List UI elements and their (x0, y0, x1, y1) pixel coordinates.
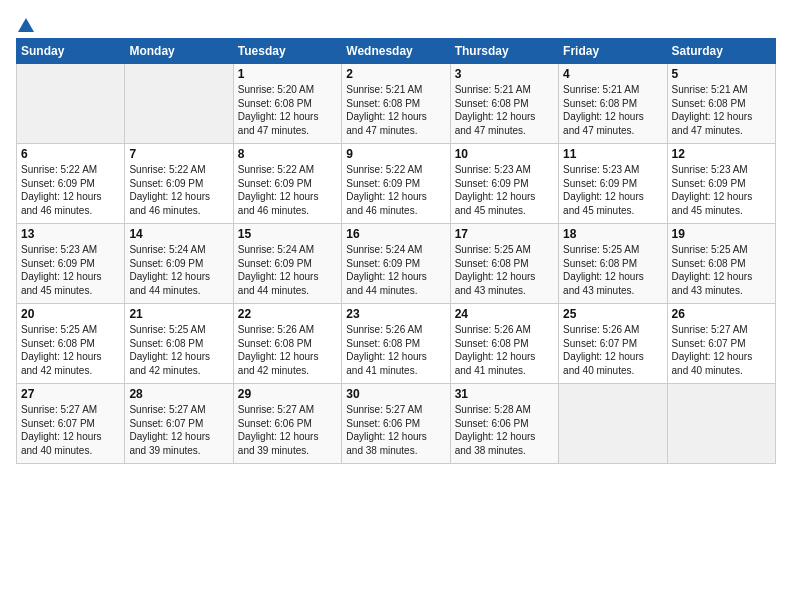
day-info: Sunrise: 5:24 AMSunset: 6:09 PMDaylight:… (346, 243, 445, 297)
table-row: 10 Sunrise: 5:23 AMSunset: 6:09 PMDaylig… (450, 144, 558, 224)
table-row: 12 Sunrise: 5:23 AMSunset: 6:09 PMDaylig… (667, 144, 775, 224)
day-info: Sunrise: 5:26 AMSunset: 6:08 PMDaylight:… (238, 323, 337, 377)
logo (16, 16, 36, 30)
header-wednesday: Wednesday (342, 39, 450, 64)
calendar-week-row: 20 Sunrise: 5:25 AMSunset: 6:08 PMDaylig… (17, 304, 776, 384)
day-info: Sunrise: 5:27 AMSunset: 6:06 PMDaylight:… (346, 403, 445, 457)
table-row: 13 Sunrise: 5:23 AMSunset: 6:09 PMDaylig… (17, 224, 125, 304)
day-info: Sunrise: 5:23 AMSunset: 6:09 PMDaylight:… (672, 163, 771, 217)
table-row: 22 Sunrise: 5:26 AMSunset: 6:08 PMDaylig… (233, 304, 341, 384)
table-row: 29 Sunrise: 5:27 AMSunset: 6:06 PMDaylig… (233, 384, 341, 464)
page-header (16, 16, 776, 30)
table-row: 31 Sunrise: 5:28 AMSunset: 6:06 PMDaylig… (450, 384, 558, 464)
table-row: 24 Sunrise: 5:26 AMSunset: 6:08 PMDaylig… (450, 304, 558, 384)
day-number: 3 (455, 67, 554, 81)
table-row (559, 384, 667, 464)
day-info: Sunrise: 5:23 AMSunset: 6:09 PMDaylight:… (563, 163, 662, 217)
table-row: 19 Sunrise: 5:25 AMSunset: 6:08 PMDaylig… (667, 224, 775, 304)
day-number: 11 (563, 147, 662, 161)
day-number: 25 (563, 307, 662, 321)
day-number: 10 (455, 147, 554, 161)
table-row: 18 Sunrise: 5:25 AMSunset: 6:08 PMDaylig… (559, 224, 667, 304)
day-info: Sunrise: 5:25 AMSunset: 6:08 PMDaylight:… (563, 243, 662, 297)
day-number: 4 (563, 67, 662, 81)
day-number: 24 (455, 307, 554, 321)
calendar-week-row: 27 Sunrise: 5:27 AMSunset: 6:07 PMDaylig… (17, 384, 776, 464)
day-info: Sunrise: 5:24 AMSunset: 6:09 PMDaylight:… (238, 243, 337, 297)
calendar-week-row: 13 Sunrise: 5:23 AMSunset: 6:09 PMDaylig… (17, 224, 776, 304)
day-info: Sunrise: 5:22 AMSunset: 6:09 PMDaylight:… (21, 163, 120, 217)
day-info: Sunrise: 5:28 AMSunset: 6:06 PMDaylight:… (455, 403, 554, 457)
day-number: 9 (346, 147, 445, 161)
table-row: 26 Sunrise: 5:27 AMSunset: 6:07 PMDaylig… (667, 304, 775, 384)
table-row: 8 Sunrise: 5:22 AMSunset: 6:09 PMDayligh… (233, 144, 341, 224)
day-number: 13 (21, 227, 120, 241)
day-info: Sunrise: 5:27 AMSunset: 6:06 PMDaylight:… (238, 403, 337, 457)
day-info: Sunrise: 5:25 AMSunset: 6:08 PMDaylight:… (129, 323, 228, 377)
table-row (667, 384, 775, 464)
table-row: 1 Sunrise: 5:20 AMSunset: 6:08 PMDayligh… (233, 64, 341, 144)
day-info: Sunrise: 5:22 AMSunset: 6:09 PMDaylight:… (346, 163, 445, 217)
day-number: 28 (129, 387, 228, 401)
table-row (125, 64, 233, 144)
header-saturday: Saturday (667, 39, 775, 64)
calendar-week-row: 6 Sunrise: 5:22 AMSunset: 6:09 PMDayligh… (17, 144, 776, 224)
table-row: 25 Sunrise: 5:26 AMSunset: 6:07 PMDaylig… (559, 304, 667, 384)
day-number: 31 (455, 387, 554, 401)
day-number: 20 (21, 307, 120, 321)
day-number: 19 (672, 227, 771, 241)
table-row (17, 64, 125, 144)
calendar-week-row: 1 Sunrise: 5:20 AMSunset: 6:08 PMDayligh… (17, 64, 776, 144)
table-row: 4 Sunrise: 5:21 AMSunset: 6:08 PMDayligh… (559, 64, 667, 144)
table-row: 20 Sunrise: 5:25 AMSunset: 6:08 PMDaylig… (17, 304, 125, 384)
day-info: Sunrise: 5:21 AMSunset: 6:08 PMDaylight:… (455, 83, 554, 137)
table-row: 11 Sunrise: 5:23 AMSunset: 6:09 PMDaylig… (559, 144, 667, 224)
table-row: 3 Sunrise: 5:21 AMSunset: 6:08 PMDayligh… (450, 64, 558, 144)
day-number: 16 (346, 227, 445, 241)
day-info: Sunrise: 5:24 AMSunset: 6:09 PMDaylight:… (129, 243, 228, 297)
header-friday: Friday (559, 39, 667, 64)
day-info: Sunrise: 5:22 AMSunset: 6:09 PMDaylight:… (129, 163, 228, 217)
day-info: Sunrise: 5:25 AMSunset: 6:08 PMDaylight:… (455, 243, 554, 297)
table-row: 15 Sunrise: 5:24 AMSunset: 6:09 PMDaylig… (233, 224, 341, 304)
day-info: Sunrise: 5:25 AMSunset: 6:08 PMDaylight:… (672, 243, 771, 297)
day-number: 8 (238, 147, 337, 161)
day-number: 12 (672, 147, 771, 161)
day-number: 2 (346, 67, 445, 81)
table-row: 7 Sunrise: 5:22 AMSunset: 6:09 PMDayligh… (125, 144, 233, 224)
day-number: 17 (455, 227, 554, 241)
day-info: Sunrise: 5:21 AMSunset: 6:08 PMDaylight:… (346, 83, 445, 137)
day-info: Sunrise: 5:21 AMSunset: 6:08 PMDaylight:… (672, 83, 771, 137)
table-row: 23 Sunrise: 5:26 AMSunset: 6:08 PMDaylig… (342, 304, 450, 384)
day-info: Sunrise: 5:27 AMSunset: 6:07 PMDaylight:… (21, 403, 120, 457)
table-row: 5 Sunrise: 5:21 AMSunset: 6:08 PMDayligh… (667, 64, 775, 144)
day-info: Sunrise: 5:26 AMSunset: 6:08 PMDaylight:… (455, 323, 554, 377)
day-number: 6 (21, 147, 120, 161)
day-number: 15 (238, 227, 337, 241)
table-row: 17 Sunrise: 5:25 AMSunset: 6:08 PMDaylig… (450, 224, 558, 304)
table-row: 9 Sunrise: 5:22 AMSunset: 6:09 PMDayligh… (342, 144, 450, 224)
calendar-table: Sunday Monday Tuesday Wednesday Thursday… (16, 38, 776, 464)
header-thursday: Thursday (450, 39, 558, 64)
day-number: 14 (129, 227, 228, 241)
table-row: 27 Sunrise: 5:27 AMSunset: 6:07 PMDaylig… (17, 384, 125, 464)
day-number: 1 (238, 67, 337, 81)
day-info: Sunrise: 5:26 AMSunset: 6:07 PMDaylight:… (563, 323, 662, 377)
day-number: 21 (129, 307, 228, 321)
day-number: 29 (238, 387, 337, 401)
day-number: 18 (563, 227, 662, 241)
header-sunday: Sunday (17, 39, 125, 64)
day-info: Sunrise: 5:26 AMSunset: 6:08 PMDaylight:… (346, 323, 445, 377)
svg-marker-0 (18, 18, 34, 32)
weekday-header-row: Sunday Monday Tuesday Wednesday Thursday… (17, 39, 776, 64)
day-info: Sunrise: 5:21 AMSunset: 6:08 PMDaylight:… (563, 83, 662, 137)
day-number: 22 (238, 307, 337, 321)
table-row: 6 Sunrise: 5:22 AMSunset: 6:09 PMDayligh… (17, 144, 125, 224)
day-number: 27 (21, 387, 120, 401)
day-number: 30 (346, 387, 445, 401)
table-row: 2 Sunrise: 5:21 AMSunset: 6:08 PMDayligh… (342, 64, 450, 144)
table-row: 21 Sunrise: 5:25 AMSunset: 6:08 PMDaylig… (125, 304, 233, 384)
day-info: Sunrise: 5:23 AMSunset: 6:09 PMDaylight:… (21, 243, 120, 297)
day-info: Sunrise: 5:27 AMSunset: 6:07 PMDaylight:… (129, 403, 228, 457)
day-info: Sunrise: 5:20 AMSunset: 6:08 PMDaylight:… (238, 83, 337, 137)
